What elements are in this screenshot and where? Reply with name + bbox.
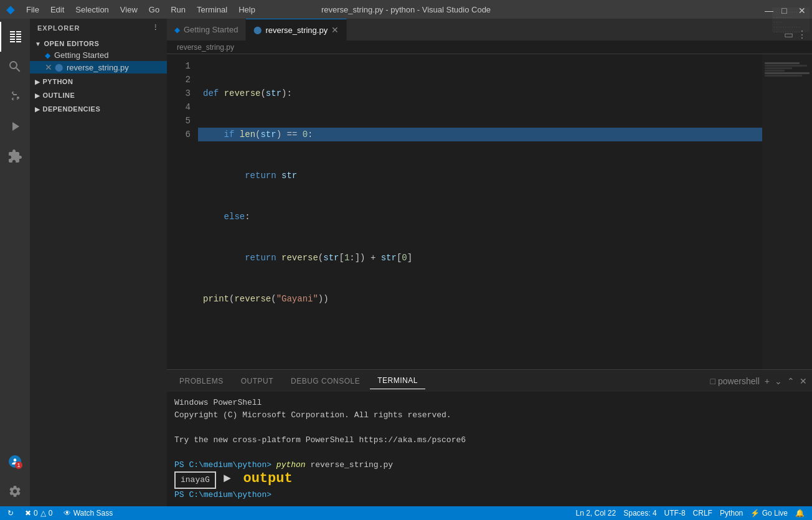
tab-close-icon[interactable]: ✕	[331, 25, 339, 35]
titlebar-left: ◆ File Edit Selection View Go Run Termin…	[6, 2, 260, 16]
vscode-logo-icon: ◆	[6, 2, 15, 16]
account-avatar	[9, 455, 21, 468]
status-go-live[interactable]: ⚡ Go Live	[748, 509, 790, 518]
code-editor[interactable]: 1 2 3 4 5 6 def reverse(str): if len(str…	[167, 54, 762, 369]
open-editors-header[interactable]: ▼ OPEN EDITORS	[30, 38, 167, 49]
activity-source-control[interactable]	[0, 82, 30, 111]
sidebar-section-outline: ▶ OUTLINE	[30, 88, 167, 102]
line-num-1: 1	[167, 59, 191, 73]
remote-icon: ↻	[7, 509, 14, 518]
status-encoding[interactable]: UTF-8	[662, 509, 688, 518]
status-remote[interactable]: ↻	[5, 509, 16, 518]
breadcrumb-path: reverse_string.py	[177, 43, 234, 52]
split-terminal-icon[interactable]: ⌄	[775, 376, 782, 386]
status-language[interactable]: Python	[717, 509, 745, 518]
go-live-text: ⚡ Go Live	[750, 509, 788, 518]
menu-selection[interactable]: Selection	[70, 4, 113, 16]
error-icon: ✖	[25, 509, 31, 518]
menu-run[interactable]: Run	[166, 4, 191, 16]
chevron-right-deps-icon: ▶	[35, 106, 40, 113]
tab-vsc-icon: ◆	[174, 26, 180, 34]
status-line-ending[interactable]: CRLF	[691, 509, 715, 518]
panel-tab-terminal[interactable]: TERMINAL	[370, 372, 425, 389]
term-line-7: inayaG ► output	[174, 471, 805, 489]
menu-file[interactable]: File	[21, 4, 44, 16]
term-line-8: PS C:\medium\python>	[174, 489, 805, 501]
reverse-string-label: reverse_string.py	[67, 63, 129, 72]
sidebar-section-open-editors: ▼ OPEN EDITORS ◆ Getting Started ✕ ⬤ rev…	[30, 37, 167, 75]
editor-area: ◆ Getting Started ⬤ reverse_string.py ✕ …	[167, 19, 812, 506]
tab-reverse-string[interactable]: ⬤ reverse_string.py ✕	[246, 19, 347, 40]
line-num-5: 5	[167, 114, 191, 128]
dependencies-header[interactable]: ▶ DEPENDENCIES	[30, 103, 167, 115]
code-line-3: return str	[198, 169, 762, 182]
line-col-text: Ln 2, Col 22	[576, 509, 616, 518]
status-spaces[interactable]: Spaces: 4	[621, 509, 659, 518]
getting-started-label: Getting Started	[54, 50, 108, 60]
menu-edit[interactable]: Edit	[45, 4, 69, 16]
term-line-4: Try the new cross-platform PowerShell ht…	[174, 434, 805, 447]
menu-bar: File Edit Selection View Go Run Terminal…	[21, 4, 260, 16]
activity-extensions[interactable]	[0, 141, 30, 171]
panel-tab-output[interactable]: OUTPUT	[234, 373, 281, 389]
line-num-4: 4	[167, 100, 191, 114]
menu-terminal[interactable]: Terminal	[192, 4, 232, 16]
window-title: reverse_string.py - python - Visual Stud…	[321, 5, 491, 14]
code-content[interactable]: def reverse(str): if len(str) == 0: retu…	[198, 54, 762, 369]
line-num-3: 3	[167, 87, 191, 100]
menu-view[interactable]: View	[115, 4, 143, 16]
menu-go[interactable]: Go	[144, 4, 164, 16]
spaces-text: Spaces: 4	[623, 509, 656, 518]
activity-run-debug[interactable]	[0, 111, 30, 141]
terminal-shell-name: □ powershell	[710, 376, 760, 386]
status-errors[interactable]: ✖ 0 △ 0	[22, 509, 55, 518]
outline-header[interactable]: ▶ OUTLINE	[30, 90, 167, 101]
activity-explorer[interactable]	[0, 22, 30, 52]
open-editors-label: OPEN EDITORS	[44, 40, 99, 47]
sidebar-item-reverse-string[interactable]: ✕ ⬤ reverse_string.py	[30, 61, 167, 73]
sidebar-menu-icon[interactable]: ⋮	[152, 24, 159, 32]
add-terminal-icon[interactable]: +	[765, 376, 770, 386]
status-watch-sass[interactable]: 👁 Watch Sass	[61, 509, 115, 518]
watch-sass-label: 👁 Watch Sass	[64, 509, 113, 518]
tab-python-icon: ⬤	[253, 26, 262, 34]
warning-icon: △	[40, 509, 46, 518]
terminal-content[interactable]: Windows PowerShell Copyright (C) Microso…	[167, 392, 812, 506]
panel-tab-debug-console[interactable]: DEBUG CONSOLE	[283, 373, 367, 389]
term-line-1: Windows PowerShell	[174, 397, 805, 409]
line-num-2: 2	[167, 73, 191, 87]
code-line-2: if len(str) == 0:	[198, 128, 762, 141]
panel-tab-problems[interactable]: PROBLEMS	[172, 373, 231, 389]
sidebar: EXPLORER ⋮ ▼ OPEN EDITORS ◆ Getting Star…	[30, 19, 167, 506]
status-line-col[interactable]: Ln 2, Col 22	[574, 509, 619, 518]
tab-getting-started[interactable]: ◆ Getting Started	[167, 19, 246, 40]
sidebar-section-python: ▶ PYTHON	[30, 75, 167, 88]
code-line-5: return reverse(str[1:]) + str[0]	[198, 251, 762, 265]
python-label: PYTHON	[43, 78, 73, 85]
activity-search[interactable]	[0, 52, 30, 82]
chevron-down-icon: ▼	[35, 40, 41, 47]
status-notifications[interactable]: 🔔	[793, 509, 807, 518]
chevron-right-icon: ▶	[35, 78, 40, 85]
language-text: Python	[720, 509, 743, 518]
python-file-icon: ⬤	[55, 63, 63, 72]
vsc-file-icon: ◆	[45, 51, 50, 60]
status-left: ↻ ✖ 0 △ 0 👁 Watch Sass	[5, 509, 115, 518]
line-num-6: 6	[167, 128, 191, 141]
panel: PROBLEMS OUTPUT DEBUG CONSOLE TERMINAL □…	[167, 369, 812, 506]
menu-help[interactable]: Help	[234, 4, 260, 16]
panel-up-icon[interactable]: ⌃	[787, 376, 795, 386]
activity-account[interactable]	[0, 447, 30, 476]
arrow-icon: ►	[224, 471, 238, 486]
encoding-text: UTF-8	[664, 509, 686, 518]
error-count: 0	[34, 509, 38, 518]
activity-settings[interactable]	[0, 476, 30, 506]
warning-count: 0	[49, 509, 53, 518]
term-line-2: Copyright (C) Microsoft Corporation. All…	[174, 409, 805, 422]
panel-close-icon[interactable]: ✕	[800, 376, 807, 386]
close-file-icon[interactable]: ✕	[45, 62, 52, 72]
status-right: Ln 2, Col 22 Spaces: 4 UTF-8 CRLF Python…	[574, 509, 808, 518]
sidebar-section-dependencies: ▶ DEPENDENCIES	[30, 102, 167, 116]
python-header[interactable]: ▶ PYTHON	[30, 76, 167, 87]
sidebar-item-getting-started[interactable]: ◆ Getting Started	[30, 49, 167, 61]
